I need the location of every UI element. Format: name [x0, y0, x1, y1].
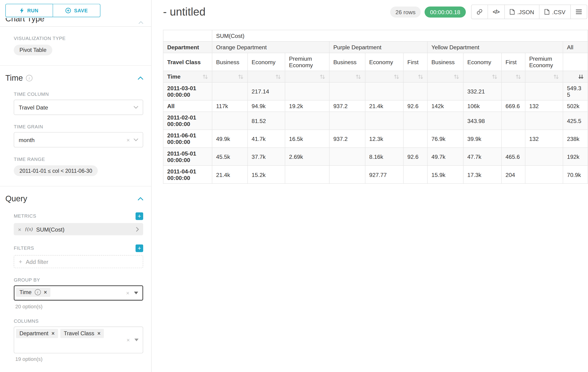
time-column-label: TIME COLUMN: [14, 92, 143, 97]
sort-header-cell: [463, 71, 502, 82]
sort-icon[interactable]: [505, 74, 521, 79]
embed-code-button[interactable]: </>: [488, 5, 505, 19]
pivot-cell: 17.3k: [463, 166, 502, 183]
add-filter-button[interactable]: + Add filter: [14, 255, 143, 268]
export-json-button[interactable]: .JSON: [504, 5, 539, 19]
pivot-cell: 217.14: [248, 82, 285, 100]
visualization-type-label: VISUALIZATION TYPE: [14, 36, 143, 41]
sort-icon[interactable]: [407, 74, 423, 79]
pivot-cell: 92.6: [403, 148, 427, 166]
plus-icon: +: [19, 258, 22, 265]
time-range-pill[interactable]: 2011-01-01 ≤ col < 2011-06-30: [14, 165, 98, 176]
metric-name: SUM(Cost): [36, 226, 133, 233]
groupby-options-count: 20 option(s): [15, 304, 143, 309]
travel-class-header: First: [403, 53, 427, 71]
collapse-section-icon[interactable]: [138, 76, 143, 80]
groupby-pill: Timei×: [16, 287, 51, 297]
travel-class-row-label: Travel Class: [163, 53, 212, 71]
sort-icon[interactable]: [467, 74, 498, 79]
travel-class-header: First: [502, 53, 525, 71]
chevron-right-icon[interactable]: [136, 227, 139, 232]
table-row: 2011-05-01 00:00:0045.5k37.7k2.69k8.16k9…: [163, 148, 588, 166]
chart-type-section: Chart Type: [5, 18, 143, 24]
add-metric-button[interactable]: +: [136, 212, 143, 220]
collapse-section-icon[interactable]: [138, 197, 143, 201]
pivot-cell: [525, 82, 563, 100]
pivot-cell: 15.2k: [248, 166, 285, 183]
sort-icon[interactable]: [216, 74, 243, 79]
plus-circle-icon: [65, 8, 71, 13]
export-csv-label: .CSV: [552, 9, 566, 15]
share-link-button[interactable]: [471, 5, 488, 19]
remove-metric-icon[interactable]: ×: [18, 226, 21, 232]
info-icon: i: [35, 289, 41, 295]
hamburger-menu-icon: [576, 9, 582, 14]
table-row: 2011-03-01 00:00:00217.14332.21549.35: [163, 82, 588, 100]
pivot-cell: 927.77: [365, 166, 403, 183]
export-json-label: .JSON: [517, 9, 534, 15]
pivot-cell: 70.9k: [563, 166, 588, 183]
clear-icon[interactable]: ×: [126, 337, 130, 343]
remove-icon[interactable]: ×: [97, 331, 100, 336]
export-csv-button[interactable]: .CSV: [539, 5, 571, 19]
sort-icon[interactable]: [289, 74, 325, 79]
remove-icon[interactable]: ×: [44, 289, 47, 295]
clear-icon[interactable]: ×: [126, 137, 130, 143]
travel-class-header: Business: [427, 53, 463, 71]
sort-icon[interactable]: [202, 74, 208, 79]
table-row: 2011-02-01 00:00:0081.52343.98425.5: [163, 112, 588, 130]
pivot-cell: 425.5: [563, 112, 588, 130]
columns-select[interactable]: Department×Travel Class× ×: [14, 327, 143, 353]
filters-label: FILTERS: [14, 245, 34, 251]
pivot-cell: 16.5k: [285, 130, 329, 148]
pivot-cell: 92.6: [403, 100, 427, 112]
metric-item[interactable]: × ƒ(x) SUM(Cost): [14, 223, 143, 235]
travel-class-header: [563, 53, 588, 71]
sort-icon[interactable]: [529, 74, 559, 79]
sort-icon[interactable]: [567, 74, 584, 79]
department-group-header: Purple Department: [329, 41, 427, 53]
pivot-cell: 21.4k: [365, 100, 403, 112]
groupby-pill-label: Time: [20, 289, 32, 295]
groupby-select[interactable]: Timei× ×: [14, 285, 143, 301]
time-row-label: Time: [167, 73, 181, 80]
sort-header-cell: [563, 71, 588, 82]
sort-icon[interactable]: [333, 74, 361, 79]
chart-title[interactable]: - untitled: [163, 6, 205, 18]
clear-icon[interactable]: ×: [126, 290, 129, 296]
sort-icon[interactable]: [431, 74, 459, 79]
time-column-value: Travel Date: [19, 104, 48, 111]
dropdown-arrow-icon[interactable]: [134, 292, 138, 294]
query-section-heading: Query: [5, 194, 27, 203]
pivot-cell: [329, 166, 365, 183]
time-column-select[interactable]: Travel Date: [14, 100, 143, 115]
sort-header-cell: [285, 71, 329, 82]
time-section-heading: Time: [5, 73, 23, 82]
sort-icon[interactable]: [252, 74, 281, 79]
pivot-cell: 465.6: [502, 148, 525, 166]
travel-class-header: Premium Economy: [285, 53, 329, 71]
pivot-cell: 49.7k: [427, 148, 463, 166]
remove-icon[interactable]: ×: [51, 331, 54, 336]
sort-icon[interactable]: [369, 74, 399, 79]
pivot-row-header: 2011-02-01 00:00:00: [163, 112, 212, 130]
table-row: All117k94.9k19.2k937.221.4k92.6142k106k6…: [163, 100, 588, 112]
run-button[interactable]: RUN: [5, 4, 53, 17]
dropdown-arrow-icon[interactable]: [134, 339, 138, 341]
pivot-cell: [427, 112, 463, 130]
travel-class-header: Economy: [463, 53, 502, 71]
pivot-cell: 106k: [463, 100, 502, 112]
run-save-group: RUN SAVE: [5, 4, 100, 17]
add-filter-plus-button[interactable]: +: [136, 244, 143, 252]
menu-button[interactable]: [571, 5, 587, 19]
control-panel: RUN SAVE Chart Type VISUALIZATION TYPE P…: [0, 0, 152, 372]
visualization-type-pill[interactable]: Pivot Table: [14, 45, 52, 55]
time-grain-select[interactable]: month ×: [14, 132, 143, 147]
pivot-cell: 204: [502, 166, 525, 183]
row-count-badge: 26 rows: [390, 6, 421, 17]
chevron-up-icon[interactable]: [138, 19, 143, 24]
save-button[interactable]: SAVE: [53, 4, 100, 17]
sort-header-cell: [212, 71, 248, 82]
metric-header: SUM(Cost): [212, 30, 588, 41]
pivot-cell: [285, 82, 329, 100]
